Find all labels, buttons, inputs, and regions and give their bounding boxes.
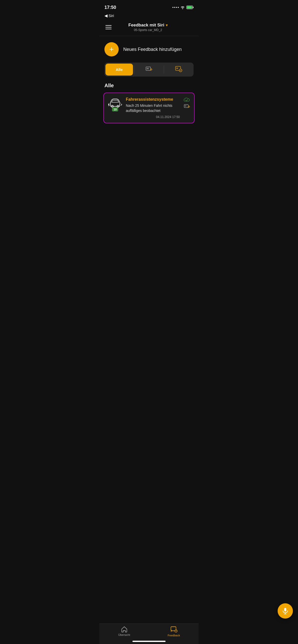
tab-divider-2 (164, 66, 164, 74)
car-icon-wrap: 10 (108, 97, 122, 111)
add-feedback-row[interactable]: + Neues Feedback hinzufügen (99, 36, 199, 63)
svg-line-6 (151, 69, 152, 69)
svg-rect-11 (184, 105, 188, 108)
status-bar: 17:50 (99, 0, 199, 13)
tab-all[interactable]: Alle (105, 64, 133, 76)
tab-draft-icon (146, 67, 152, 72)
status-icons (172, 6, 194, 9)
card-status-icons (183, 97, 190, 109)
hamburger-line-3 (105, 29, 112, 29)
section-title: Alle (99, 81, 199, 93)
add-feedback-button[interactable]: + (104, 42, 119, 56)
back-label: Siri (109, 13, 114, 18)
header-subtitle: 05-Sports car_MD_2 (113, 28, 183, 32)
back-arrow-icon: ◀ (104, 13, 107, 18)
back-nav[interactable]: ◀ Siri (99, 13, 199, 20)
badge-number: 10 (112, 107, 118, 111)
wifi-icon (180, 6, 185, 9)
hamburger-line-2 (105, 27, 112, 27)
tab-divider-1 (134, 66, 134, 74)
add-feedback-plus-icon: + (109, 46, 114, 53)
cloud-sync-icon (183, 97, 190, 103)
card-content: Fahrerassistenzsysteme Nach 25 Minuten F… (126, 97, 180, 119)
tab-all-label: Alle (116, 67, 123, 72)
signal-icon (172, 7, 179, 8)
card-top: 10 Fahrerassistenzsysteme Nach 25 Minute… (108, 97, 190, 119)
svg-rect-1 (193, 7, 194, 8)
svg-rect-2 (187, 6, 192, 9)
card-description: Nach 25 Minuten Fahrt nichts auffälliges… (126, 103, 180, 113)
chevron-down-icon: ▾ (166, 23, 168, 27)
tab-done-icon (175, 66, 182, 73)
car-icon (108, 97, 122, 108)
hamburger-line-1 (105, 25, 112, 26)
battery-icon (186, 6, 194, 9)
tabs-row: Alle (104, 63, 194, 77)
header-center: Feedback mit Siri ▾ 05-Sports car_MD_2 (113, 23, 183, 32)
tab-draft[interactable] (135, 64, 163, 76)
add-feedback-label: Neues Feedback hinzufügen (123, 47, 182, 52)
header-title-text: Feedback mit Siri (128, 23, 164, 28)
card-date: 04.11.2024 17:50 (126, 115, 180, 119)
tab-done[interactable] (165, 64, 193, 76)
header: Feedback mit Siri ▾ 05-Sports car_MD_2 (99, 20, 199, 36)
edit-icon (184, 104, 190, 109)
svg-rect-3 (146, 67, 151, 70)
status-time: 17:50 (104, 5, 116, 10)
card-category: Fahrerassistenzsysteme (126, 97, 180, 102)
hamburger-button[interactable] (104, 24, 113, 30)
header-title[interactable]: Feedback mit Siri ▾ (113, 23, 183, 28)
feedback-card[interactable]: 10 Fahrerassistenzsysteme Nach 25 Minute… (103, 93, 195, 123)
